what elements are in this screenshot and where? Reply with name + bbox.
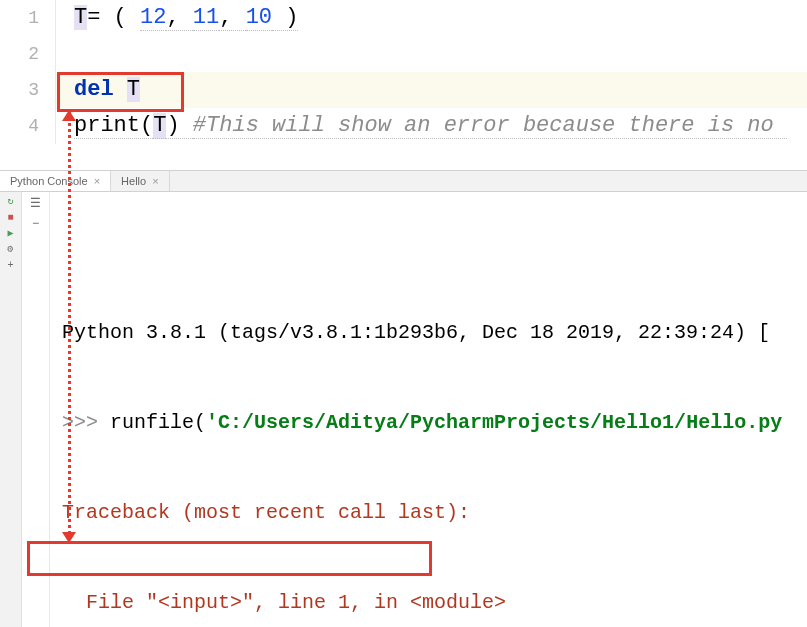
tab-python-console[interactable]: Python Console × — [0, 171, 111, 191]
console-line: Python 3.8.1 (tags/v3.8.1:1b293b6, Dec 1… — [50, 318, 803, 348]
code-editor[interactable]: 1 T= ( 12, 11, 10 ) 2 3 del T 4 print(T)… — [0, 0, 807, 144]
code-text[interactable]: T= ( 12, 11, 10 ) — [56, 0, 298, 36]
token: , — [166, 5, 192, 31]
token: = ( — [87, 5, 140, 30]
play-icon[interactable]: ▶ — [5, 228, 17, 240]
annotation-arrowhead-icon — [62, 110, 76, 121]
console-line: File "<input>", line 1, in <module> — [50, 588, 803, 618]
token: , — [219, 5, 245, 31]
token: T — [127, 77, 140, 102]
line-number: 2 — [0, 36, 56, 72]
tab-hello[interactable]: Hello × — [111, 171, 170, 191]
token — [114, 77, 127, 102]
tab-label: Python Console — [10, 175, 88, 187]
console-line: >>> runfile('C:/Users/Aditya/PycharmProj… — [50, 408, 803, 438]
token: 10 — [246, 5, 272, 31]
code-line[interactable]: 3 del T — [0, 72, 807, 108]
token: del — [74, 77, 114, 102]
plus-icon[interactable]: + — [5, 260, 17, 272]
stop-icon[interactable]: ■ — [5, 212, 17, 224]
annotation-arrowhead-icon — [62, 532, 76, 543]
line-number: 1 — [0, 0, 56, 36]
code-line[interactable]: 2 — [0, 36, 807, 72]
inspect-icon[interactable]: ☰ — [30, 196, 41, 211]
code-line[interactable]: 4 print(T) #This will show an error beca… — [0, 108, 807, 144]
tool-window-tabs: Python Console × Hello × — [0, 170, 807, 192]
token: #This will show an error because there i… — [193, 113, 787, 139]
console-toolbar: ↻ ■ ▶ ⚙ + — [0, 192, 22, 627]
console-toolbar-secondary: ☰ − — [22, 192, 50, 627]
minus-icon[interactable]: − — [32, 217, 39, 231]
tab-label: Hello — [121, 175, 146, 187]
token: T — [74, 5, 87, 30]
token: print( — [74, 113, 153, 139]
code-text[interactable]: del T — [56, 72, 140, 108]
console-output[interactable]: Python 3.8.1 (tags/v3.8.1:1b293b6, Dec 1… — [50, 192, 807, 627]
token: 12 — [140, 5, 166, 31]
rerun-icon[interactable]: ↻ — [5, 196, 17, 208]
code-text[interactable]: print(T) #This will show an error becaus… — [56, 108, 787, 144]
gear-icon[interactable]: ⚙ — [5, 244, 17, 256]
close-icon[interactable]: × — [94, 175, 100, 187]
token: 11 — [193, 5, 219, 31]
token: ) — [166, 113, 192, 139]
token: runfile( — [98, 411, 206, 434]
token: 'C:/Users/Aditya/PycharmProjects/Hello1/… — [206, 411, 782, 434]
line-number: 3 — [0, 72, 56, 108]
prompt: >>> — [50, 411, 98, 434]
token: ) — [272, 5, 298, 31]
python-console-panel: ↻ ■ ▶ ⚙ + ☰ − Python 3.8.1 (tags/v3.8.1:… — [0, 192, 807, 627]
line-number: 4 — [0, 108, 56, 144]
console-line: Traceback (most recent call last): — [50, 498, 803, 528]
code-line[interactable]: 1 T= ( 12, 11, 10 ) — [0, 0, 807, 36]
token: T — [153, 113, 166, 139]
close-icon[interactable]: × — [152, 175, 158, 187]
